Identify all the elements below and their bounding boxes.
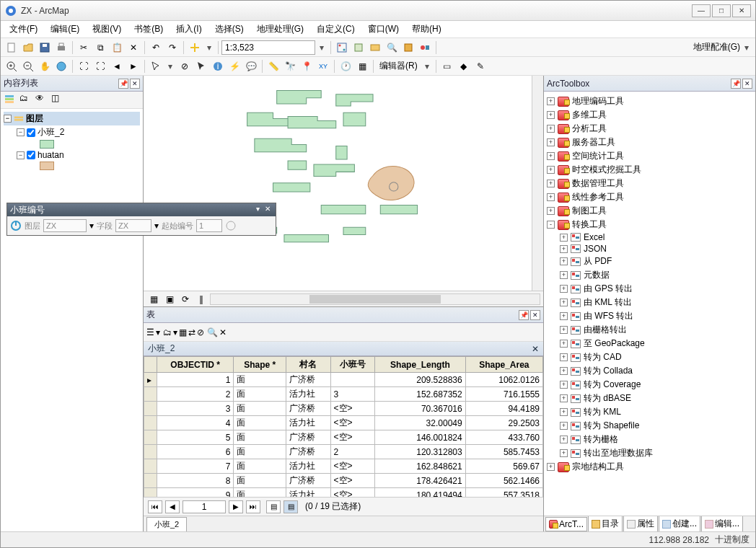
nav-next-icon[interactable]: ▶ — [229, 500, 243, 513]
expand-icon[interactable]: + — [547, 125, 555, 133]
nav-last-icon[interactable]: ⏭ — [246, 500, 260, 513]
table-options-icon[interactable]: ☰ — [146, 327, 154, 337]
scale-input[interactable] — [221, 40, 315, 55]
select-features-icon[interactable] — [148, 58, 164, 74]
table-grid[interactable]: OBJECTID *Shape *村名小班号Shape_LengthShape_… — [144, 356, 543, 497]
find-route-icon[interactable]: 📍 — [299, 58, 315, 74]
list-selection-icon[interactable]: ◫ — [51, 93, 66, 107]
list-visibility-icon[interactable]: 👁 — [35, 93, 50, 107]
collapse-icon[interactable]: − — [17, 128, 25, 136]
tab-create[interactable]: 创建... — [659, 516, 700, 531]
table-close-icon[interactable]: ✕ — [532, 344, 539, 354]
column-header[interactable]: 村名 — [286, 357, 330, 373]
column-header[interactable]: Shape * — [234, 357, 286, 373]
pin-icon[interactable]: 📌 — [519, 310, 529, 320]
menu-bookmark[interactable]: 书签(B) — [128, 22, 169, 37]
tab-attributes[interactable]: 属性 — [623, 516, 658, 531]
delete-selected-icon[interactable]: ✕ — [219, 327, 227, 337]
edit-vertex-icon[interactable]: ◆ — [456, 58, 472, 74]
georef-dropdown-icon[interactable]: ▾ — [741, 43, 752, 53]
show-selected-icon[interactable]: ▤ — [284, 500, 298, 513]
column-header[interactable]: OBJECTID * — [157, 357, 234, 373]
expand-icon[interactable]: + — [547, 97, 555, 105]
minimize-button[interactable]: — — [692, 4, 711, 17]
expand-icon[interactable]: + — [560, 353, 568, 361]
toolset-node[interactable]: +由栅格转出 — [547, 323, 752, 337]
nav-position-input[interactable] — [183, 500, 226, 513]
floatbar-title[interactable]: 小班编号 ▾ ✕ — [7, 203, 276, 216]
layer-field-input[interactable] — [43, 219, 87, 232]
redo-icon[interactable]: ↷ — [164, 40, 180, 56]
panel-close-icon[interactable]: ✕ — [130, 79, 140, 89]
table-row[interactable]: 9面活力社<空>180.419494557.3518 — [144, 488, 543, 498]
pan-icon[interactable]: ✋ — [37, 58, 53, 74]
toolset-node[interactable]: +转为栅格 — [547, 433, 752, 446]
editor-dropdown-icon[interactable]: ▾ — [421, 61, 433, 71]
toolset-node[interactable]: +转为 CAD — [547, 350, 752, 364]
toolbox-node[interactable]: -转换工具 — [547, 218, 752, 231]
paste-icon[interactable]: 📋 — [109, 40, 125, 56]
measure-icon[interactable]: 📏 — [265, 58, 281, 74]
field-input[interactable] — [115, 219, 151, 232]
table-row[interactable]: 8面广济桥<空>178.426421562.1466 — [144, 474, 543, 488]
toolset-node[interactable]: +至 GeoPackage — [547, 337, 752, 350]
toolset-node[interactable]: +从 PDF — [547, 255, 752, 268]
sketch-icon[interactable]: ✎ — [472, 58, 488, 74]
toolbox-icon[interactable] — [351, 40, 366, 56]
new-icon[interactable] — [4, 40, 19, 56]
clear-selection-icon[interactable]: ⊘ — [177, 58, 193, 74]
column-header[interactable]: Shape_Area — [465, 357, 542, 373]
menu-help[interactable]: 帮助(H) — [406, 22, 447, 37]
fixed-zoom-out-icon[interactable]: ⛶ — [92, 58, 108, 74]
select-by-attr-icon[interactable]: ▦ — [179, 327, 187, 337]
expand-icon[interactable]: + — [560, 381, 568, 389]
time-slider-icon[interactable]: 🕐 — [338, 58, 353, 74]
fixed-zoom-in-icon[interactable]: ⛶ — [76, 58, 92, 74]
toolset-node[interactable]: +JSON — [547, 243, 752, 255]
print-icon[interactable] — [53, 40, 69, 56]
zoom-selected-icon[interactable]: 🔍 — [207, 327, 218, 337]
collapse-icon[interactable]: − — [17, 151, 25, 159]
expand-icon[interactable]: + — [547, 193, 555, 201]
pin-icon[interactable]: 📌 — [118, 79, 128, 89]
toolbox-node[interactable]: +多维工具 — [547, 108, 752, 122]
switch-selection-icon[interactable]: ⇄ — [188, 327, 195, 337]
toolset-node[interactable]: +元数据 — [547, 268, 752, 282]
panel-close-icon[interactable]: ✕ — [530, 310, 540, 320]
layer-item[interactable]: − huatan — [4, 149, 140, 161]
expand-icon[interactable]: + — [560, 422, 568, 430]
table-row[interactable]: 4面活力社<空>32.0004929.2503 — [144, 416, 543, 430]
tab-catalog[interactable]: 目录 — [588, 516, 623, 531]
table-tab[interactable]: 小班_2 — [146, 517, 187, 531]
toolbox-node[interactable]: +线性参考工具 — [547, 190, 752, 204]
viewer-icon[interactable]: ▦ — [354, 58, 370, 74]
data-view-icon[interactable]: ▦ — [146, 293, 161, 306]
toolbox-node[interactable]: +地理编码工具 — [547, 94, 752, 108]
html-popup-icon[interactable]: 💬 — [243, 58, 259, 74]
georef-menu[interactable]: 地理配准(G) — [693, 41, 740, 53]
expand-icon[interactable]: + — [560, 245, 568, 253]
pause-icon[interactable]: ‖ — [194, 293, 208, 306]
expand-icon[interactable]: + — [560, 436, 568, 443]
copy-icon[interactable]: ⧉ — [92, 40, 108, 56]
expand-icon[interactable]: + — [547, 166, 555, 174]
expand-icon[interactable]: + — [560, 340, 568, 348]
toolset-node[interactable]: +转出至地理数据库 — [547, 446, 752, 460]
expand-icon[interactable]: + — [547, 207, 555, 215]
save-icon[interactable] — [37, 40, 53, 56]
expand-icon[interactable]: + — [547, 152, 555, 160]
column-header[interactable]: Shape_Length — [375, 357, 466, 373]
toolset-node[interactable]: +由 KML 转出 — [547, 296, 752, 309]
refresh-icon[interactable]: ⟳ — [178, 293, 193, 306]
expand-icon[interactable]: + — [560, 367, 568, 375]
pin-icon[interactable]: 📌 — [731, 79, 741, 89]
column-header[interactable] — [144, 357, 157, 373]
expand-icon[interactable]: + — [560, 234, 568, 242]
expand-icon[interactable]: + — [560, 285, 568, 293]
map-hscrollbar[interactable] — [210, 293, 540, 305]
select-dropdown-icon[interactable]: ▾ — [164, 61, 176, 71]
expand-icon[interactable]: + — [560, 394, 568, 402]
show-all-icon[interactable]: ▤ — [266, 500, 281, 513]
expand-icon[interactable]: + — [560, 312, 568, 320]
expand-icon[interactable]: + — [560, 299, 568, 306]
